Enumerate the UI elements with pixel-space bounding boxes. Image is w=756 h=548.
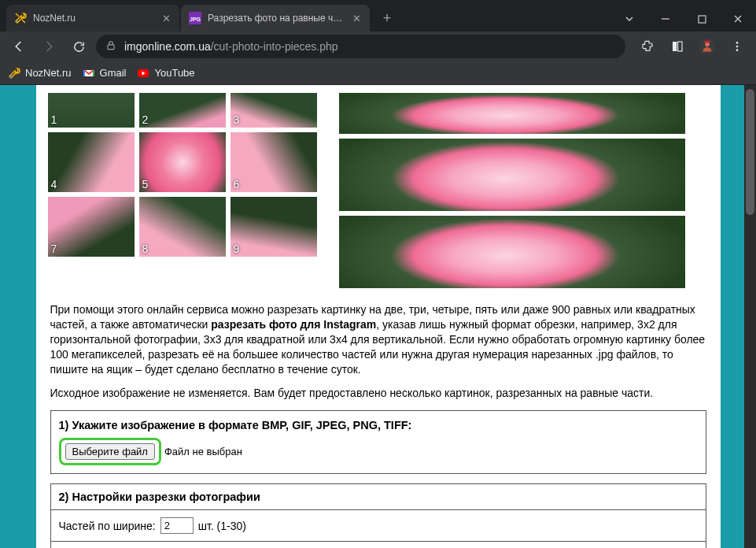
maximize-button[interactable] <box>684 6 720 31</box>
tab-imgonline[interactable]: JPG Разрезать фото на равные част ✕ <box>181 5 370 31</box>
width-row: Частей по ширине: шт. (1-30) <box>51 510 706 542</box>
tile: 2 <box>139 93 226 128</box>
svg-point-12 <box>736 49 739 51</box>
image-row <box>339 93 685 134</box>
bookmarks-bar: NozNet.ru Gmail YouTube <box>0 61 756 85</box>
svg-rect-5 <box>673 42 677 51</box>
intro-paragraph: При помощи этого онлайн сервиса можно ра… <box>50 302 706 376</box>
image-gallery: 1 2 3 4 5 6 7 8 9 <box>36 85 721 293</box>
forward-button[interactable] <box>36 34 61 59</box>
tab-noznet[interactable]: NozNet.ru ✕ <box>6 5 179 31</box>
close-icon[interactable]: ✕ <box>160 13 171 24</box>
bookmark-gmail[interactable]: Gmail <box>83 67 127 80</box>
choose-file-button[interactable]: Выберите файл <box>65 443 155 460</box>
bookmark-label: NozNet.ru <box>25 67 72 79</box>
tab-title: NozNet.ru <box>33 13 154 24</box>
tile: 9 <box>230 197 317 257</box>
note-paragraph: Исходное изображение не изменяется. Вам … <box>50 386 706 401</box>
gmail-icon <box>83 67 95 80</box>
browser-titlebar: NozNet.ru ✕ JPG Разрезать фото на равные… <box>0 0 756 31</box>
tile: 1 <box>48 93 135 128</box>
svg-rect-3 <box>699 16 706 23</box>
tile: 4 <box>48 132 135 192</box>
back-button[interactable] <box>6 34 31 59</box>
tab-title: Разрезать фото на равные част <box>208 13 345 24</box>
youtube-icon <box>137 67 149 80</box>
menu-button[interactable] <box>725 34 750 59</box>
bookmark-youtube[interactable]: YouTube <box>137 67 194 80</box>
jpg-icon: JPG <box>189 12 201 24</box>
svg-point-10 <box>736 42 739 44</box>
page-content: 1 2 3 4 5 6 7 8 9 При помощи этого онлай… <box>36 85 721 548</box>
svg-text:JPG: JPG <box>190 17 201 22</box>
tile: 8 <box>139 197 226 257</box>
width-unit: шт. (1-30) <box>198 520 246 532</box>
minimize-button[interactable] <box>647 6 684 31</box>
tabs-row: NozNet.ru ✕ JPG Разрезать фото на равные… <box>0 5 611 31</box>
tile: 3 <box>230 93 317 128</box>
svg-point-11 <box>736 46 739 48</box>
address-bar: imgonline.com.ua/cut-photo-into-pieces.p… <box>0 31 756 61</box>
reload-button[interactable] <box>66 34 91 59</box>
close-button[interactable] <box>720 6 756 31</box>
tile: 6 <box>230 132 317 192</box>
svg-point-0 <box>17 20 18 22</box>
wrench-icon <box>14 12 27 24</box>
wrench-icon <box>8 67 20 80</box>
bookmark-label: Gmail <box>100 67 127 79</box>
text-content: При помощи этого онлайн сервиса можно ра… <box>36 293 721 548</box>
svg-rect-6 <box>678 42 682 51</box>
grid-9-pieces: 1 2 3 4 5 6 7 8 9 <box>48 93 317 293</box>
step1-title: 1) Укажите изображение в формате BMP, GI… <box>59 419 698 431</box>
image-row <box>339 139 685 211</box>
svg-rect-4 <box>108 44 114 49</box>
width-input[interactable] <box>160 517 194 534</box>
bookmark-noznet[interactable]: NozNet.ru <box>8 67 72 80</box>
image-two-rows <box>339 93 685 293</box>
profile-avatar[interactable] <box>695 34 720 59</box>
chevron-down-icon[interactable] <box>611 6 647 31</box>
width-label: Частей по ширине: <box>59 520 156 532</box>
url-text: imgonline.com.ua/cut-photo-into-pieces.p… <box>124 40 338 53</box>
lock-icon <box>105 40 116 54</box>
scroll-thumb[interactable] <box>746 89 754 215</box>
file-button-highlight: Выберите файл <box>59 438 161 465</box>
close-icon[interactable]: ✕ <box>351 13 362 24</box>
scrollbar[interactable] <box>744 85 756 548</box>
svg-point-13 <box>10 75 13 77</box>
extensions-icon[interactable] <box>635 34 660 59</box>
step2-title: 2) Настройки разрезки фотографии <box>51 484 706 510</box>
step1-section: 1) Укажите изображение в формате BMP, GI… <box>50 410 706 474</box>
step2-section: 2) Настройки разрезки фотографии Частей … <box>50 483 706 548</box>
tile: 7 <box>48 197 135 257</box>
tile: 5 <box>139 132 226 192</box>
page-viewport: 1 2 3 4 5 6 7 8 9 При помощи этого онлай… <box>0 85 756 548</box>
reading-list-icon[interactable] <box>665 34 690 59</box>
new-tab-button[interactable]: + <box>376 7 398 29</box>
image-row <box>339 216 685 288</box>
file-status-text: Файл не выбран <box>164 446 242 457</box>
svg-rect-9 <box>704 41 710 43</box>
window-controls <box>611 6 756 31</box>
omnibox[interactable]: imgonline.com.ua/cut-photo-into-pieces.p… <box>96 35 625 58</box>
height-row: Частей по высоте: шт. (1-30) <box>51 542 706 548</box>
bookmark-label: YouTube <box>154 67 194 79</box>
